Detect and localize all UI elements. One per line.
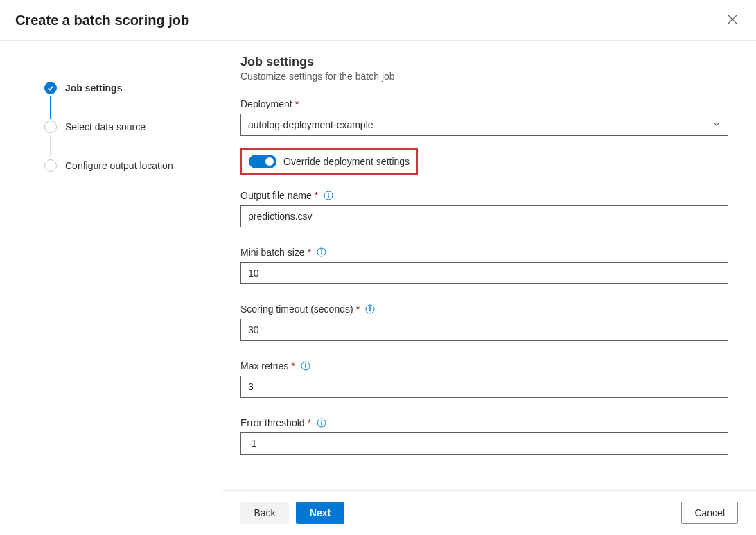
step-circle-icon [44, 159, 57, 172]
form-column: Job settings Customize settings for the … [222, 41, 756, 535]
step-complete-icon [44, 82, 57, 94]
required-asterisk: * [315, 190, 318, 201]
required-asterisk: * [308, 247, 311, 258]
section-description: Customize settings for the batch job [240, 71, 728, 82]
error-threshold-input[interactable] [240, 432, 728, 455]
step-connector [50, 135, 51, 157]
step-label: Select data source [65, 121, 146, 132]
form-scroll-region[interactable]: Job settings Customize settings for the … [222, 41, 756, 490]
step-select-data-source[interactable]: Select data source [44, 119, 222, 135]
field-label: Output file name * [240, 190, 728, 201]
field-max-retries: Max retries * [240, 360, 728, 398]
svg-point-10 [305, 363, 306, 365]
svg-point-4 [321, 249, 322, 251]
field-label: Error threshold * [240, 417, 728, 428]
field-label: Max retries * [240, 360, 728, 371]
info-icon[interactable] [365, 304, 375, 314]
svg-rect-2 [328, 195, 328, 198]
step-circle-icon [44, 121, 57, 133]
info-icon[interactable] [317, 418, 326, 428]
label-text: Output file name [240, 190, 312, 201]
next-button[interactable]: Next [296, 502, 344, 524]
svg-rect-8 [369, 308, 370, 312]
select-value: autolog-deployment-example [248, 119, 373, 130]
override-deployment-settings-row: Override deployment settings [240, 148, 418, 175]
field-mini-batch-size: Mini batch size * [240, 247, 728, 284]
deployment-select[interactable]: autolog-deployment-example [240, 114, 728, 136]
svg-point-1 [328, 193, 329, 194]
wizard-footer: Back Next Cancel [222, 490, 756, 535]
label-text: Error threshold [240, 417, 305, 428]
output-file-name-input[interactable] [240, 205, 728, 227]
field-label: Mini batch size * [240, 247, 728, 258]
field-scoring-timeout: Scoring timeout (seconds) * [240, 304, 728, 341]
label-text: Mini batch size [240, 247, 305, 258]
info-icon[interactable] [324, 191, 333, 200]
step-job-settings[interactable]: Job settings [44, 80, 222, 96]
required-asterisk: * [356, 304, 360, 315]
field-error-threshold: Error threshold * [240, 417, 728, 455]
field-label: Scoring timeout (seconds) * [240, 304, 728, 315]
field-output-file-name: Output file name * [240, 190, 728, 227]
svg-rect-5 [321, 252, 322, 255]
back-button[interactable]: Back [240, 502, 289, 524]
override-toggle[interactable] [249, 155, 276, 168]
max-retries-input[interactable] [240, 376, 728, 398]
close-icon[interactable] [724, 11, 741, 28]
panel-body: Job settings Select data source Configur… [0, 41, 756, 535]
panel-title: Create a batch scoring job [15, 12, 189, 28]
wizard-stepper: Job settings Select data source Configur… [0, 41, 222, 535]
field-label: Deployment * [240, 98, 728, 109]
field-deployment: Deployment * autolog-deployment-example [240, 98, 728, 136]
svg-point-7 [369, 306, 371, 308]
panel-header: Create a batch scoring job [0, 0, 756, 41]
chevron-down-icon [712, 119, 721, 130]
scoring-timeout-input[interactable] [240, 319, 728, 341]
step-label: Configure output location [65, 160, 173, 171]
label-text: Max retries [240, 360, 288, 371]
label-text: Deployment [240, 98, 292, 109]
svg-rect-11 [305, 365, 306, 369]
svg-point-13 [321, 420, 322, 421]
step-label: Job settings [65, 82, 122, 94]
required-asterisk: * [295, 98, 299, 109]
section-heading: Job settings [240, 55, 728, 69]
info-icon[interactable] [301, 361, 310, 371]
required-asterisk: * [291, 360, 295, 371]
required-asterisk: * [308, 417, 311, 428]
label-text: Scoring timeout (seconds) [240, 304, 353, 315]
step-configure-output-location[interactable]: Configure output location [44, 157, 222, 174]
cancel-button[interactable]: Cancel [681, 502, 738, 524]
override-label: Override deployment settings [283, 156, 410, 167]
info-icon[interactable] [317, 247, 326, 257]
mini-batch-size-input[interactable] [240, 262, 728, 284]
step-connector [50, 96, 51, 119]
svg-rect-14 [321, 422, 322, 426]
